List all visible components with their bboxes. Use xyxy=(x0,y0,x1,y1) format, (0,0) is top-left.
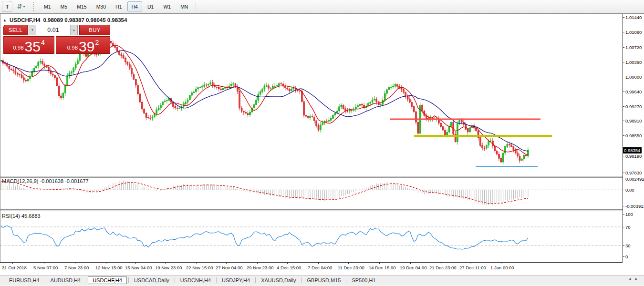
collapse-triangle-icon[interactable]: ▲ xyxy=(3,18,7,22)
chevron-down-icon: ▾ xyxy=(23,5,25,9)
rsi-axis-tick xyxy=(623,256,624,257)
date-axis-tick xyxy=(348,262,349,264)
timeframe-button-h4[interactable]: H4 xyxy=(127,1,142,11)
date-axis-label: 12 Nov 15:00 xyxy=(95,265,123,270)
price-axis-label: 1.01080 xyxy=(625,30,642,35)
chart-tab-xauusd[interactable]: XAUUSD,Daily xyxy=(257,277,300,284)
date-axis-label: 19 Nov 23:00 xyxy=(155,265,182,270)
rsi-axis-label: 70 xyxy=(625,225,631,230)
date-axis-tick xyxy=(166,262,166,264)
timeframe-button-h1[interactable]: H1 xyxy=(111,1,126,11)
date-axis-tick xyxy=(226,262,227,264)
timeframe-button-w1[interactable]: W1 xyxy=(159,1,175,11)
price-axis-tick xyxy=(623,92,624,92)
toolbar-separator xyxy=(196,2,196,11)
chart-tab-eurusd[interactable]: EURUSD,H4 xyxy=(5,277,43,284)
tab-separator xyxy=(346,277,346,283)
price-axis-tick xyxy=(623,62,624,62)
date-axis-tick xyxy=(135,262,136,264)
date-axis-tick xyxy=(470,262,470,264)
chart-tab-audusd[interactable]: AUDUSD,H4 xyxy=(47,277,85,284)
price-axis-label: 0.99270 xyxy=(625,104,642,109)
volume-decrease-button[interactable]: ▼ xyxy=(29,25,36,35)
chart-tab-bar: EURUSD,H4AUDUSD,H4USDCHF,H4USDCAD,DailyU… xyxy=(0,276,644,285)
buy-price-display[interactable]: 0.98 39 2 xyxy=(56,36,110,54)
tab-separator xyxy=(45,277,45,283)
buy-price-pipette: 2 xyxy=(95,39,99,46)
date-axis-label: 22 Nov 15:00 xyxy=(186,265,213,270)
macd-axis-label: 0.00 xyxy=(625,187,634,193)
date-axis-label: 27 Nov 04:00 xyxy=(216,265,243,270)
price-axis-tick xyxy=(623,17,624,18)
timeframe-group: M1M5M15M30H1H4D1W1MN xyxy=(39,1,193,11)
timeframe-button-m5[interactable]: M5 xyxy=(56,1,72,11)
timeframe-button-m1[interactable]: M1 xyxy=(40,1,55,11)
macd-axis-label: -0.003913 xyxy=(625,204,644,209)
timeframe-button-d1[interactable]: D1 xyxy=(143,1,158,11)
date-axis-tick xyxy=(44,262,44,264)
price-axis-tick xyxy=(623,121,624,121)
date-axis-label: 1 Jan 00:00 xyxy=(490,265,514,270)
chart-tab-usdjpy[interactable]: USDJPY,H4 xyxy=(218,277,254,284)
date-axis-tick xyxy=(379,262,380,264)
date-axis-label: 11 Dec 23:00 xyxy=(338,265,364,270)
sell-price-big-digits: 35 xyxy=(25,41,41,52)
tab-scroll-arrows[interactable]: ◄► xyxy=(628,277,641,281)
timeframe-button-m30[interactable]: M30 xyxy=(92,1,110,11)
date-axis-tick xyxy=(287,262,288,264)
one-click-trading-panel: SELL ▼ 0.01 ▲ BUY 0.98 35 4 0.98 39 2 xyxy=(3,25,110,54)
text-tool-button[interactable]: T xyxy=(2,1,12,12)
top-toolbar: T ⇵ ▾ M1M5M15M30H1H4D1W1MN xyxy=(0,0,644,13)
macd-axis-tick xyxy=(623,179,624,179)
date-axis-label: 7 Dec 04:00 xyxy=(308,265,332,270)
rsi-chart-canvas[interactable] xyxy=(0,211,623,262)
tab-scroll-left-icon[interactable]: ◄ xyxy=(628,277,634,281)
rsi-axis-tick xyxy=(623,227,624,227)
tab-separator xyxy=(301,277,302,283)
sell-price-prefix: 0.98 xyxy=(13,45,23,51)
volume-input[interactable]: 0.01 xyxy=(36,25,70,35)
chart-tab-sp500[interactable]: SP500,H1 xyxy=(348,277,379,284)
macd-axis-tick xyxy=(623,190,624,190)
tab-separator xyxy=(216,277,217,283)
volume-increase-button[interactable]: ▲ xyxy=(70,25,77,35)
price-axis-label: 0.98190 xyxy=(625,153,642,159)
chart-tab-gbpusd[interactable]: GBPUSD,M15 xyxy=(303,277,345,284)
price-axis-tick xyxy=(623,156,624,156)
chart-tab-usdchf[interactable]: USDCHF,H4 xyxy=(88,276,127,284)
macd-chart-canvas[interactable] xyxy=(0,178,623,209)
tab-scroll-right-icon[interactable]: ► xyxy=(634,277,641,281)
chart-top-border xyxy=(0,13,644,14)
price-axis-label: 1.00000 xyxy=(625,74,642,80)
timeframe-button-mn[interactable]: MN xyxy=(176,1,192,11)
toolbar-grip[interactable] xyxy=(33,2,36,11)
rsi-axis-label: 30 xyxy=(625,243,631,248)
price-axis-label: 1.01440 xyxy=(625,15,642,20)
timeframe-button-m15[interactable]: M15 xyxy=(73,1,91,11)
tab-separator xyxy=(128,277,129,283)
buy-button[interactable]: BUY xyxy=(79,25,110,35)
rsi-indicator-label: RSI(14) 45.6883 xyxy=(2,213,41,219)
date-axis-tick xyxy=(318,262,319,264)
price-axis-tick xyxy=(623,106,624,107)
chart-ohlc-values: 0.98089 0.98387 0.98045 0.98354 xyxy=(43,17,127,23)
arrange-charts-button[interactable]: ⇵ ▾ xyxy=(13,1,29,12)
buy-price-big-digits: 39 xyxy=(79,41,94,52)
macd-axis-label: 0.002492 xyxy=(625,176,644,182)
date-axis-label: 5 Nov 07:00 xyxy=(33,265,58,270)
rsi-axis-tick xyxy=(623,214,624,214)
date-axis-label: 27 Dec 11:00 xyxy=(459,265,486,270)
price-axis-label: 1.00720 xyxy=(625,45,642,50)
date-axis-label: 7 Nov 23:00 xyxy=(64,265,89,270)
sell-price-display[interactable]: 0.98 35 4 xyxy=(3,36,54,54)
date-axis-tick xyxy=(106,262,106,264)
chart-tab-usdcnh[interactable]: USDCNH,H4 xyxy=(177,277,215,284)
price-axis-tick xyxy=(623,173,624,173)
date-axis-label: 31 Oct 2018 xyxy=(2,265,27,270)
date-axis-tick xyxy=(12,262,13,264)
sell-button[interactable]: SELL xyxy=(3,25,28,35)
chart-tab-usdcad[interactable]: USDCAD,Daily xyxy=(130,277,173,284)
price-axis-label: 1.00360 xyxy=(625,60,642,65)
date-axis-tick xyxy=(197,262,197,264)
sell-price-pipette: 4 xyxy=(41,39,45,46)
